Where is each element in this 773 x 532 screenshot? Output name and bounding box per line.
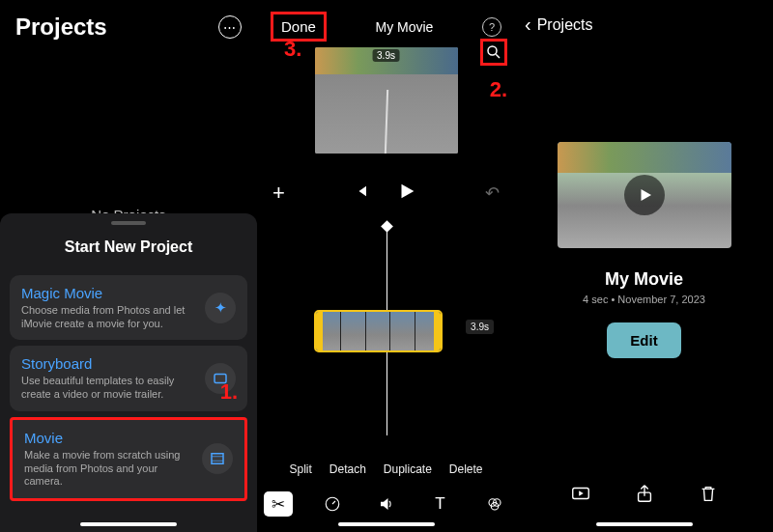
card-magic-movie[interactable]: Magic Movie Choose media from Photos and… bbox=[10, 275, 247, 341]
card-desc: Choose media from Photos and let iMovie … bbox=[21, 304, 195, 331]
edit-button[interactable]: Edit bbox=[607, 322, 680, 358]
svg-line-7 bbox=[332, 501, 335, 504]
edit-actions-row: Split Detach Duplicate Delete bbox=[257, 462, 515, 476]
filter-tool[interactable] bbox=[480, 491, 509, 517]
timeline[interactable]: 3.9s bbox=[257, 223, 515, 435]
sheet-title: Start New Project bbox=[0, 238, 257, 256]
projects-panel: Projects ⋯ No Projects Start New Project… bbox=[0, 0, 257, 532]
card-title: Magic Movie bbox=[21, 285, 195, 301]
svg-point-4 bbox=[488, 46, 497, 55]
new-project-sheet: Start New Project Magic Movie Choose med… bbox=[0, 213, 257, 532]
zoom-button[interactable] bbox=[480, 39, 507, 66]
share-button[interactable] bbox=[634, 483, 655, 509]
tool-row: ✂ T bbox=[257, 491, 515, 517]
back-button[interactable]: ‹ Projects bbox=[515, 0, 773, 36]
undo-button[interactable]: ↶ bbox=[485, 182, 500, 204]
scissors-tool[interactable]: ✂ bbox=[264, 491, 293, 517]
add-media-button[interactable]: + bbox=[272, 181, 285, 206]
card-title: Storyboard bbox=[21, 355, 195, 372]
more-button[interactable]: ⋯ bbox=[218, 15, 242, 39]
movie-title: My Movie bbox=[334, 19, 474, 35]
home-indicator[interactable] bbox=[596, 522, 693, 526]
speed-tool[interactable] bbox=[318, 491, 347, 517]
card-desc: Use beautiful templates to easily create… bbox=[21, 375, 195, 402]
help-button[interactable]: ? bbox=[482, 17, 501, 37]
annotation-2: 2. bbox=[490, 77, 507, 102]
page-title: Projects bbox=[15, 14, 107, 41]
home-indicator[interactable] bbox=[338, 522, 435, 526]
back-label: Projects bbox=[537, 16, 593, 34]
preview-duration: 3.9s bbox=[372, 49, 400, 62]
project-thumbnail[interactable] bbox=[558, 142, 731, 248]
text-tool[interactable]: T bbox=[426, 491, 455, 517]
rewind-button[interactable] bbox=[352, 182, 369, 204]
video-clip[interactable] bbox=[314, 310, 443, 352]
wand-icon: ✦ bbox=[205, 293, 236, 323]
project-detail-panel: ‹ Projects My Movie 4 sec • November 7, … bbox=[515, 0, 773, 532]
project-name: My Movie bbox=[515, 269, 773, 290]
detach-button[interactable]: Detach bbox=[329, 462, 366, 476]
play-export-button[interactable] bbox=[570, 483, 591, 509]
action-row bbox=[515, 483, 773, 509]
play-button[interactable] bbox=[396, 181, 417, 206]
svg-rect-1 bbox=[212, 454, 223, 464]
home-indicator[interactable] bbox=[80, 522, 177, 526]
card-movie[interactable]: Movie Make a movie from scratch using me… bbox=[10, 417, 247, 501]
play-overlay[interactable] bbox=[624, 175, 665, 215]
card-title: Movie bbox=[24, 430, 192, 446]
video-preview[interactable]: 3.9s bbox=[315, 47, 458, 154]
card-storyboard[interactable]: Storyboard Use beautiful templates to ea… bbox=[10, 346, 247, 411]
annotation-1: 1. bbox=[220, 379, 238, 405]
film-icon bbox=[202, 443, 233, 474]
project-meta: 4 sec • November 7, 2023 bbox=[515, 294, 773, 305]
trash-button[interactable] bbox=[698, 483, 719, 509]
clip-duration: 3.9s bbox=[466, 320, 494, 334]
duplicate-button[interactable]: Duplicate bbox=[384, 462, 432, 476]
annotation-3: 3. bbox=[284, 37, 301, 62]
sheet-handle[interactable] bbox=[111, 221, 146, 225]
card-desc: Make a movie from scratch using media fr… bbox=[24, 449, 192, 489]
editor-panel: Done My Movie ? 3. 3.9s 2. + ↶ 3.9s Spli… bbox=[257, 0, 515, 532]
chevron-left-icon: ‹ bbox=[525, 14, 531, 36]
split-button[interactable]: Split bbox=[289, 462, 311, 476]
delete-button[interactable]: Delete bbox=[449, 462, 483, 476]
volume-tool[interactable] bbox=[372, 491, 401, 517]
svg-line-5 bbox=[496, 54, 500, 58]
